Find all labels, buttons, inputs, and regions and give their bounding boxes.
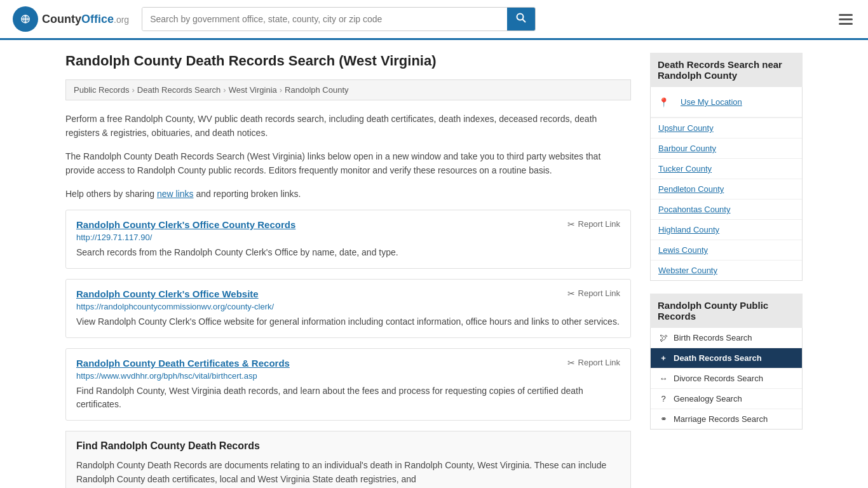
sidebar-item-marriage-records: ⚭ Marriage Records Search [651,409,802,429]
search-button[interactable] [507,8,535,30]
report-link-1[interactable]: ✂ Report Link [567,288,620,299]
site-header: CountyOffice.org [0,0,868,40]
find-title: Find Randolph County Death Records [76,440,620,452]
breadcrumb-current: Randolph County [285,85,348,95]
result-url-0[interactable]: http://129.71.117.90/ [76,233,620,242]
new-links-link[interactable]: new links [157,189,194,199]
find-section: Find Randolph County Death Records Rando… [65,431,631,488]
sidebar: Death Records Search near Randolph Count… [650,53,803,488]
result-desc-2: Find Randolph County, West Virginia deat… [76,384,620,411]
svg-point-4 [517,14,524,20]
intro-paragraph-2: The Randolph County Death Records Search… [65,149,631,178]
report-icon-0: ✂ [567,219,575,229]
result-url-2[interactable]: https://www.wvdhhr.org/bph/hsc/vital/bir… [76,371,620,381]
search-bar [142,7,536,31]
result-title-0[interactable]: Randolph County Clerk's Office County Re… [76,219,295,230]
pin-icon: 📍 [658,97,669,107]
sidebar-item-pendleton: Pendleton County [651,179,802,200]
result-url-1[interactable]: https://randolphcountycommissionwv.org/c… [76,302,620,311]
sidebar-nearby-list: 📍 Use My Location Upshur County Barbour … [650,87,803,281]
report-link-0[interactable]: ✂ Report Link [567,219,620,229]
sidebar-public-records-section: Randolph County Public Records 🕊 Birth R… [650,294,803,430]
sidebar-item-tucker: Tucker County [651,159,802,179]
search-input[interactable] [142,8,507,30]
birth-icon: 🕊 [658,333,668,342]
menu-button[interactable] [836,11,855,27]
divorce-icon: ↔ [658,374,668,383]
genealogy-icon: ? [658,394,668,403]
sidebar-item-birth-records: 🕊 Birth Records Search [651,328,802,348]
marriage-icon: ⚭ [658,414,668,424]
sidebar-public-records-list: 🕊 Birth Records Search + Death Records S… [650,328,803,430]
result-title-2[interactable]: Randolph County Death Certificates & Rec… [76,358,290,369]
logo-text: CountyOffice.org [42,13,129,26]
sidebar-item-lewis: Lewis County [651,240,802,261]
result-desc-1: View Randolph County Clerk's Office webs… [76,315,620,329]
content-area: Randolph County Death Records Search (We… [65,53,631,488]
result-title-1[interactable]: Randolph County Clerk's Office Website [76,288,259,299]
svg-line-5 [523,20,526,23]
result-card-2: Randolph County Death Certificates & Rec… [65,348,631,421]
sidebar-item-highland: Highland County [651,220,802,240]
report-link-2[interactable]: ✂ Report Link [567,358,620,368]
report-icon-2: ✂ [567,358,575,368]
sidebar-item-divorce-records: ↔ Divorce Records Search [651,369,802,389]
sidebar-nearby-section: Death Records Search near Randolph Count… [650,53,803,281]
breadcrumb-public-records[interactable]: Public Records [74,85,129,95]
use-location-item: 📍 Use My Location [651,87,802,118]
intro-paragraph-1: Perform a free Randolph County, WV publi… [65,112,631,140]
sidebar-item-pocahontas: Pocahontas County [651,200,802,220]
find-desc: Randolph County Death Records are docume… [76,458,620,487]
sidebar-item-death-records: + Death Records Search [651,348,802,369]
sidebar-item-barbour: Barbour County [651,139,802,159]
breadcrumb: Public Records › Death Records Search › … [65,79,631,100]
death-icon: + [658,353,668,363]
intro-paragraph-3: Help others by sharing new links and rep… [65,187,631,201]
logo-icon [13,6,38,32]
main-container: Randolph County Death Records Search (We… [53,40,815,488]
sidebar-item-genealogy: ? Genealogy Search [651,389,802,409]
result-desc-0: Search records from the Randolph County … [76,246,620,259]
breadcrumb-west-virginia[interactable]: West Virginia [229,85,277,95]
sidebar-nearby-heading: Death Records Search near Randolph Count… [650,53,803,87]
sidebar-public-records-heading: Randolph County Public Records [650,294,803,328]
breadcrumb-death-records[interactable]: Death Records Search [137,85,221,95]
use-location-link[interactable]: Use My Location [673,92,750,112]
report-icon-1: ✂ [567,288,575,299]
header-right [836,11,855,27]
sidebar-item-webster: Webster County [651,261,802,280]
sidebar-item-upshur: Upshur County [651,118,802,139]
logo-link[interactable]: CountyOffice.org [13,6,129,32]
result-card-0: Randolph County Clerk's Office County Re… [65,210,631,269]
page-title: Randolph County Death Records Search (We… [65,53,631,69]
result-card-1: Randolph County Clerk's Office Website ✂… [65,279,631,338]
